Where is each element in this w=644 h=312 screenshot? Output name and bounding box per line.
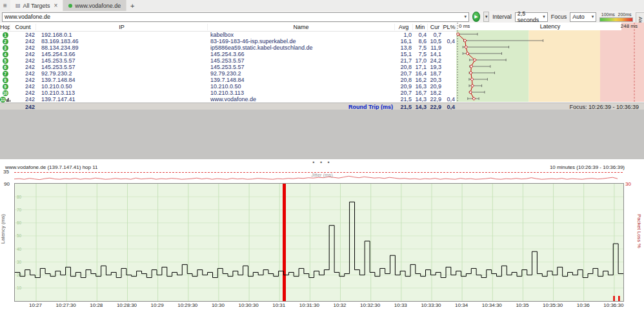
- hop-cell: 10: [0, 90, 10, 96]
- avg-cell: 21,7: [395, 57, 413, 64]
- interval-select[interactable]: 2,5 seconds ▾: [515, 12, 548, 22]
- table-row-hop-10[interactable]: 1024210.210.3.11310.210.3.11320,716,718,…: [0, 90, 644, 96]
- avg-cell: 13,8: [395, 44, 413, 51]
- tab-target[interactable]: www.vodafone.de: [63, 0, 126, 11]
- ip-cell: 139.7.147.41: [36, 96, 208, 102]
- packet-loss-tick: [618, 296, 620, 301]
- svg-text:50: 50: [17, 233, 22, 238]
- table-row-hop-11[interactable]: 11242139.7.147.41www.vodafone.de21,514,3…: [0, 96, 644, 102]
- count-cell: 242: [10, 57, 36, 64]
- timeline-plot[interactable]: 1020304050607080: [14, 183, 624, 302]
- time-tick-label: 10:36:30: [603, 302, 623, 308]
- hop-number-badge: 4: [3, 52, 8, 57]
- name-cell: 10.210.3.113: [208, 90, 395, 96]
- count-cell: 242: [10, 77, 36, 83]
- table-row-hop-5[interactable]: 5242145.253.5.57145.253.5.5721,717,024,2: [0, 57, 644, 64]
- tab-all-targets[interactable]: ▤ All Targets ×: [10, 0, 63, 11]
- target-address-value: www.vodafone.de: [5, 14, 50, 20]
- menu-icon[interactable]: ≡: [0, 0, 10, 11]
- col-header-hop[interactable]: Hop: [0, 24, 10, 30]
- ip-cell: 83.169.183.46: [36, 38, 208, 44]
- legend-100ms-label: 100ms: [601, 12, 615, 17]
- table-row-hop-4[interactable]: 4242145.254.3.66145.254.3.6615,17,514,1: [0, 51, 644, 57]
- hop-cell: 8: [0, 77, 10, 83]
- timeline-title: www.vodafone.de (139.7.147.41) hop 11: [5, 164, 98, 170]
- focus-select[interactable]: Auto ▾: [570, 12, 596, 22]
- table-row-hop-2[interactable]: 224283.169.183.4683-169-183-46-isp.super…: [0, 38, 644, 44]
- name-cell: www.vodafone.de: [208, 96, 395, 102]
- pane-splitter-area[interactable]: [0, 110, 644, 159]
- ip-cell: 145.254.3.66: [36, 51, 208, 57]
- time-tick-label: 10:36: [577, 302, 590, 308]
- start-trace-dropdown[interactable]: ▾: [483, 12, 489, 22]
- cur-cell: 11,9: [428, 44, 443, 51]
- min-cell: 7,5: [413, 44, 428, 51]
- tab-all-targets-label: All Targets: [23, 3, 50, 9]
- col-header-count[interactable]: Count: [10, 24, 36, 30]
- avg-cell: 16,1: [395, 38, 413, 44]
- packet-loss-axis-max: 30: [625, 181, 631, 187]
- latency-color-legend: 100ms 200ms: [599, 12, 633, 22]
- hop-number-badge: 7: [3, 71, 8, 77]
- avg-cell: 20,8: [395, 64, 413, 70]
- hop-cell: 5: [0, 57, 10, 64]
- name-cell: kabelbox: [208, 32, 395, 38]
- time-tick-label: 10:33:30: [421, 302, 441, 308]
- hop-cell: 1: [0, 32, 10, 38]
- table-body: 1242192.168.0.1kabelbox1,00,40,7224283.1…: [0, 32, 644, 102]
- table-row-hop-1[interactable]: 1242192.168.0.1kabelbox1,00,40,7: [0, 32, 644, 38]
- col-header-pl[interactable]: PL%: [443, 24, 456, 30]
- cur-cell: 18,7: [428, 70, 443, 77]
- cur-cell: 18,2: [428, 90, 443, 96]
- table-row-hop-7[interactable]: 724292.79.230.292.79.230.220,716,418,7: [0, 70, 644, 77]
- name-cell: 10.210.0.50: [208, 83, 395, 90]
- packet-loss-bar: [283, 184, 286, 301]
- table-row-hop-8[interactable]: 8242139.7.148.84139.7.148.8420,816,220,3: [0, 77, 644, 83]
- min-cell: 16,4: [413, 70, 428, 77]
- col-header-name[interactable]: Name: [208, 24, 395, 30]
- new-tab-button[interactable]: +: [126, 0, 138, 11]
- table-row-hop-3[interactable]: 324288.134.234.89ip5886ea59.static.kabel…: [0, 44, 644, 51]
- interval-label: Interval: [492, 14, 512, 20]
- close-icon[interactable]: ×: [54, 2, 57, 9]
- col-header-avg[interactable]: Avg: [395, 24, 413, 30]
- name-cell: 145.254.3.66: [208, 51, 395, 57]
- avg-cell: 21,5: [395, 96, 413, 102]
- hop-cell: 4: [0, 51, 10, 57]
- hop-number-badge: 1: [3, 32, 8, 38]
- col-header-ip[interactable]: IP: [36, 24, 208, 30]
- hop-cell: 11: [0, 96, 10, 102]
- table-row-hop-6[interactable]: 6242145.253.5.57145.253.5.5720,817,119,3: [0, 64, 644, 70]
- table-row-hop-9[interactable]: 924210.210.0.5010.210.0.5020,916,320,9: [0, 83, 644, 90]
- tab-bar: ≡ ▤ All Targets × www.vodafone.de +: [0, 0, 644, 12]
- name-cell: ip5886ea59.static.kabel-deutschland.de: [208, 44, 395, 51]
- min-cell: 17,0: [413, 57, 428, 64]
- jitter-label: Jitter (ms): [0, 172, 644, 178]
- cur-cell: 22,9: [428, 96, 443, 102]
- ip-cell: 92.79.230.2: [36, 70, 208, 77]
- ip-cell: 139.7.148.84: [36, 77, 208, 83]
- time-tick-label: 10:28: [90, 302, 103, 308]
- time-tick-label: 10:32: [333, 302, 346, 308]
- timeline-pane: • • • www.vodafone.de (139.7.147.41) hop…: [0, 159, 644, 312]
- target-address-combo[interactable]: www.vodafone.de ▾: [2, 12, 469, 22]
- min-cell: 7,5: [413, 51, 428, 57]
- ip-cell: 10.210.0.50: [36, 83, 208, 90]
- svg-text:40: 40: [17, 247, 22, 251]
- hop-number-badge: 3: [3, 45, 8, 51]
- cur-cell: 14,1: [428, 51, 443, 57]
- time-tick-label: 10:35:30: [543, 302, 563, 308]
- chevron-down-icon: ▾: [543, 14, 545, 19]
- start-trace-button[interactable]: ▶: [472, 12, 480, 22]
- time-tick-label: 10:33: [394, 302, 407, 308]
- col-header-min[interactable]: Min: [413, 24, 428, 30]
- latency-gradient-bar: [599, 17, 633, 22]
- hop-cell: 2: [0, 38, 10, 44]
- col-header-cur[interactable]: Cur: [428, 24, 443, 30]
- avg-cell: 20,9: [395, 83, 413, 90]
- interval-value: 2,5 seconds: [518, 10, 541, 23]
- target-status-icon: [68, 4, 72, 8]
- ip-cell: 145.253.5.57: [36, 64, 208, 70]
- count-cell: 242: [10, 32, 36, 38]
- latency-axis-max: 90: [4, 181, 10, 187]
